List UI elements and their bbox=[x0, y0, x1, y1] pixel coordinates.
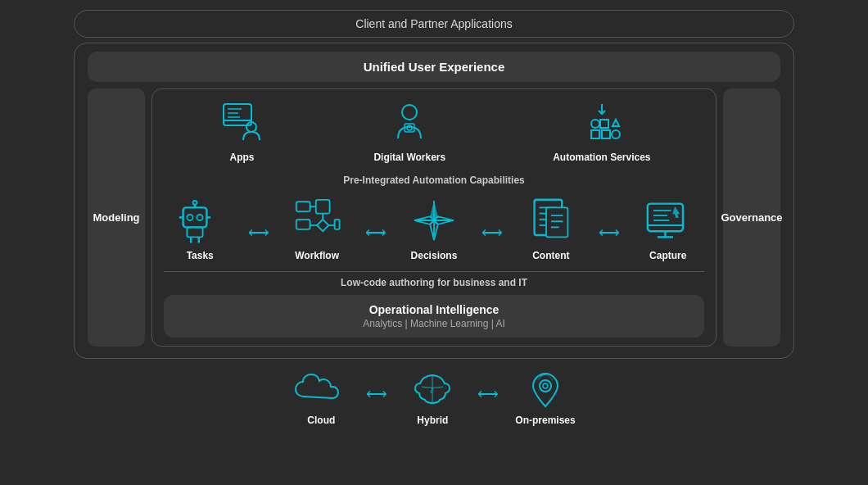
center-content: Apps Digital Workers bbox=[151, 88, 717, 347]
arrow-cloud-hybrid: ⟷ bbox=[366, 385, 387, 426]
svg-rect-14 bbox=[602, 130, 610, 138]
inner-row: Modeling bbox=[88, 88, 780, 347]
lowcode-label: Low-code authoring for business and IT bbox=[164, 271, 704, 288]
tasks-icon bbox=[175, 196, 224, 245]
automation-services-item: Automation Services bbox=[553, 97, 650, 163]
tasks-item: Tasks bbox=[175, 196, 224, 261]
svg-marker-12 bbox=[613, 120, 619, 126]
content-icon bbox=[527, 196, 576, 245]
ops-subtitle: Analytics | Machine Learning | AI bbox=[180, 318, 688, 329]
svg-rect-28 bbox=[316, 200, 330, 214]
svg-rect-34 bbox=[335, 220, 340, 229]
digital-workers-label: Digital Workers bbox=[373, 152, 445, 163]
pre-integrated-label: Pre-Integrated Automation Capabilities bbox=[343, 175, 525, 186]
on-premises-label: On-premises bbox=[515, 415, 575, 426]
apps-item: Apps bbox=[217, 97, 266, 163]
main-container: Unified User Experience Modeling bbox=[74, 43, 794, 359]
digital-workers-item: Digital Workers bbox=[373, 97, 445, 163]
unified-bar: Unified User Experience bbox=[88, 52, 780, 82]
workflow-label: Workflow bbox=[295, 250, 339, 261]
cloud-item: Cloud bbox=[292, 369, 350, 426]
arrow-decisions-content: ⟷ bbox=[481, 224, 503, 261]
svg-rect-32 bbox=[296, 220, 310, 229]
hybrid-item: Hybrid bbox=[404, 369, 461, 426]
top-icons-row: Apps Digital Workers bbox=[164, 97, 704, 168]
modeling-label: Modeling bbox=[88, 88, 145, 347]
arrow-hybrid-onprem: ⟷ bbox=[477, 385, 499, 426]
client-bar: Client and Partner Applications bbox=[74, 10, 794, 38]
svg-rect-26 bbox=[296, 202, 310, 211]
apps-label: Apps bbox=[229, 152, 254, 163]
svg-point-58 bbox=[540, 380, 551, 392]
hybrid-label: Hybrid bbox=[417, 415, 448, 426]
arrow-content-capture: ⟷ bbox=[599, 224, 620, 261]
digital-workers-icon bbox=[385, 97, 434, 147]
svg-marker-30 bbox=[317, 220, 328, 231]
decisions-label: Decisions bbox=[411, 250, 458, 261]
svg-point-6 bbox=[402, 105, 417, 120]
svg-point-20 bbox=[193, 201, 197, 205]
svg-point-59 bbox=[543, 383, 548, 388]
svg-point-17 bbox=[188, 215, 193, 220]
workflow-icon bbox=[292, 196, 341, 245]
svg-point-10 bbox=[591, 120, 599, 128]
on-premises-item: On-premises bbox=[515, 369, 575, 426]
content-item: Content bbox=[527, 196, 576, 261]
ops-bar: Operational Intelligence Analytics | Mac… bbox=[164, 295, 704, 338]
svg-rect-46 bbox=[546, 207, 567, 237]
governance-label: Governance bbox=[723, 88, 780, 347]
cloud-icon bbox=[292, 369, 350, 410]
capture-icon bbox=[644, 196, 693, 245]
hybrid-icon bbox=[404, 369, 461, 410]
on-premises-icon bbox=[517, 369, 574, 410]
capture-item: Capture bbox=[644, 196, 693, 261]
svg-rect-11 bbox=[600, 120, 608, 128]
automation-services-icon bbox=[577, 97, 626, 147]
svg-rect-13 bbox=[591, 130, 599, 138]
arrow-workflow-decisions: ⟷ bbox=[365, 224, 387, 261]
cloud-label: Cloud bbox=[307, 415, 335, 426]
decisions-item: Decisions bbox=[409, 196, 459, 261]
workflow-item: Workflow bbox=[292, 196, 341, 261]
capture-label: Capture bbox=[649, 250, 686, 261]
ops-title: Operational Intelligence bbox=[180, 303, 688, 316]
diagram-wrapper: Client and Partner Applications Unified … bbox=[0, 0, 868, 485]
decisions-icon bbox=[409, 196, 459, 245]
middle-icons-row: Tasks ⟷ bbox=[164, 193, 704, 265]
svg-rect-23 bbox=[188, 227, 203, 237]
bottom-row: Cloud ⟷ Hybrid ⟷ bbox=[292, 364, 575, 428]
content-label: Content bbox=[532, 250, 569, 261]
svg-rect-0 bbox=[224, 104, 251, 125]
automation-services-label: Automation Services bbox=[553, 152, 650, 163]
arrow-tasks-workflow: ⟷ bbox=[248, 224, 269, 261]
svg-marker-57 bbox=[673, 207, 679, 217]
svg-point-15 bbox=[612, 130, 620, 138]
tasks-label: Tasks bbox=[187, 250, 214, 261]
svg-point-18 bbox=[197, 215, 203, 220]
apps-icon bbox=[217, 97, 266, 147]
